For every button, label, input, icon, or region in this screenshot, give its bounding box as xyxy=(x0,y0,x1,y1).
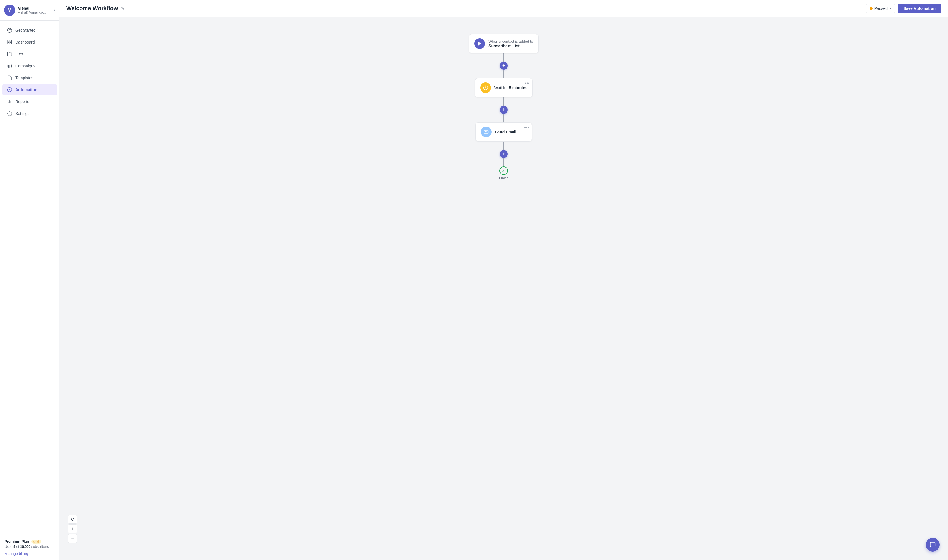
send-email-node: Send Email ••• xyxy=(476,122,532,142)
connector-1: + xyxy=(500,53,508,78)
sidebar-item-settings[interactable]: Settings xyxy=(2,108,57,119)
finish-label: Finish xyxy=(499,176,508,180)
header: Welcome Workflow ✎ Paused ▾ Save Automat… xyxy=(60,0,948,17)
finish-icon: ✓ xyxy=(500,166,508,175)
send-email-menu-icon[interactable]: ••• xyxy=(524,125,529,130)
wait-icon xyxy=(480,82,491,93)
sidebar: V vishal vishal@gmail.co... ▾ Get Starte… xyxy=(0,0,60,560)
plan-name: Premium Plan xyxy=(5,539,29,543)
edit-icon[interactable]: ✎ xyxy=(121,6,125,11)
sidebar-footer: Premium Plan trial Used 5 of 10,000 subs… xyxy=(0,535,59,560)
megaphone-icon xyxy=(7,63,12,69)
save-automation-button[interactable]: Save Automation xyxy=(897,4,941,13)
sidebar-item-automation[interactable]: Automation xyxy=(2,84,57,95)
wait-node: Wait for 5 minutes ••• xyxy=(475,78,533,97)
workflow-title: Welcome Workflow xyxy=(66,5,118,12)
gear-icon xyxy=(7,111,12,116)
svg-rect-3 xyxy=(10,40,12,42)
trigger-line1: When a contact is added to xyxy=(488,39,533,44)
bolt-icon xyxy=(7,87,12,92)
finish-node: ✓ Finish xyxy=(499,166,508,180)
paused-button[interactable]: Paused ▾ xyxy=(866,4,895,13)
zoom-reset-button[interactable]: ↺ xyxy=(68,515,77,524)
user-email: vishal@gmail.co... xyxy=(18,11,54,14)
add-step-button-2[interactable]: + xyxy=(500,106,508,114)
send-email-card[interactable]: Send Email ••• xyxy=(476,122,532,142)
sidebar-item-templates[interactable]: Templates xyxy=(2,72,57,83)
trigger-icon xyxy=(474,38,485,49)
workflow-canvas: When a contact is added to Subscribers L… xyxy=(60,17,948,560)
grid-icon xyxy=(7,39,12,45)
trigger-line2: Subscribers List xyxy=(488,44,533,48)
chevron-down-icon: ▾ xyxy=(54,8,55,12)
svg-point-10 xyxy=(9,113,11,114)
send-email-label: Send Email xyxy=(495,130,516,134)
chat-button[interactable] xyxy=(926,538,939,551)
svg-marker-1 xyxy=(9,29,11,31)
sidebar-item-get-started[interactable]: Get Started xyxy=(2,25,57,36)
zoom-in-button[interactable]: + xyxy=(68,524,77,533)
trigger-card[interactable]: When a contact is added to Subscribers L… xyxy=(469,34,539,53)
plan-usage: Used 5 of 10,000 subscribers xyxy=(5,545,55,549)
main-area: Welcome Workflow ✎ Paused ▾ Save Automat… xyxy=(60,0,948,560)
add-step-button-3[interactable]: + xyxy=(500,150,508,158)
zoom-controls: ↺ + − xyxy=(68,515,77,543)
wait-prefix: Wait for xyxy=(494,86,509,90)
svg-rect-5 xyxy=(10,43,12,44)
manage-billing-link[interactable]: Manage billing → xyxy=(5,551,33,556)
wait-card[interactable]: Wait for 5 minutes ••• xyxy=(475,78,533,97)
bar-chart-icon xyxy=(7,99,12,105)
connector-2: + xyxy=(500,97,508,122)
sidebar-item-campaigns[interactable]: Campaigns xyxy=(2,60,57,72)
svg-point-0 xyxy=(8,28,12,32)
trial-badge: trial xyxy=(31,540,41,543)
svg-rect-2 xyxy=(8,40,9,42)
sidebar-nav: Get Started Dashboard Lists Campaigns xyxy=(0,21,59,535)
connector-3: + xyxy=(500,142,508,166)
trigger-node: When a contact is added to Subscribers L… xyxy=(469,34,539,53)
svg-marker-11 xyxy=(478,42,482,46)
svg-rect-4 xyxy=(8,43,9,44)
paused-label: Paused xyxy=(874,6,888,11)
wait-duration: 5 minutes xyxy=(509,86,527,90)
avatar: V xyxy=(4,5,15,16)
user-profile[interactable]: V vishal vishal@gmail.co... ▾ xyxy=(0,0,59,21)
sidebar-item-reports[interactable]: Reports xyxy=(2,96,57,107)
folder-icon xyxy=(7,51,12,57)
compass-icon xyxy=(7,28,12,33)
paused-indicator xyxy=(870,7,873,10)
zoom-out-button[interactable]: − xyxy=(68,534,77,543)
sidebar-item-dashboard[interactable]: Dashboard xyxy=(2,37,57,48)
email-icon xyxy=(481,126,492,137)
add-step-button-1[interactable]: + xyxy=(500,62,508,70)
wait-menu-icon[interactable]: ••• xyxy=(525,81,530,86)
file-icon xyxy=(7,75,12,81)
sidebar-item-lists[interactable]: Lists xyxy=(2,48,57,60)
chevron-down-icon: ▾ xyxy=(890,6,891,10)
username: vishal xyxy=(18,6,54,11)
